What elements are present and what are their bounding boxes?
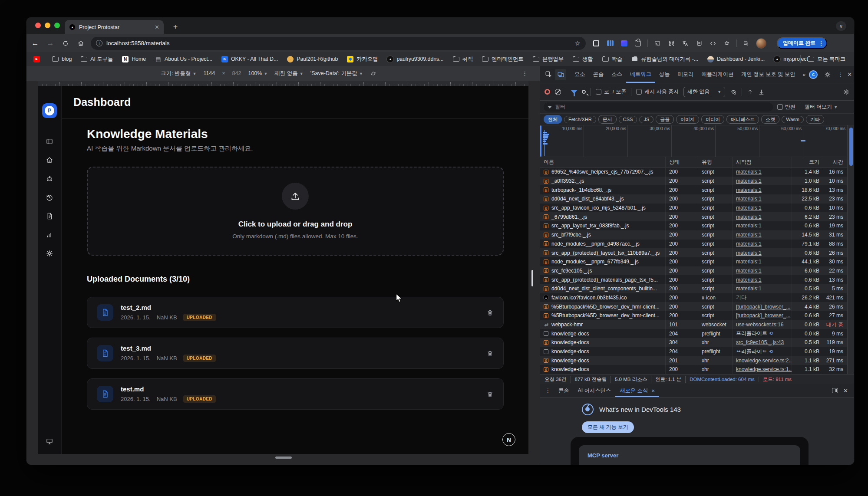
- column-size[interactable]: 크기: [792, 157, 823, 167]
- bookmark-item[interactable]: Dashboard - Jenki...: [707, 56, 765, 62]
- bookmark-item[interactable]: 은행업무: [533, 56, 564, 63]
- request-initiator-link[interactable]: 프리플라이트: [736, 330, 773, 337]
- viewport-height-field[interactable]: 842: [232, 70, 241, 76]
- network-request-row[interactable]: knowledge-docs 201 xhr knowledge.service…: [540, 356, 847, 365]
- request-type-chip[interactable]: 소켓: [761, 115, 779, 124]
- bookmarks-overflow-chevron[interactable]: »: [790, 56, 793, 62]
- request-initiator-link[interactable]: materials:1: [736, 277, 762, 283]
- devtools-tab[interactable]: 애플리케이션: [697, 66, 737, 83]
- request-type-chip[interactable]: 글꼴: [656, 115, 674, 124]
- network-request-row[interactable]: src_app_favicon_ico_mjs_52487b01._.js 20…: [540, 204, 847, 213]
- request-initiator-link[interactable]: knowledge.service.ts:1...: [736, 366, 792, 372]
- network-request-row[interactable]: _a0ff3932._.js 200 script materials:1 1.…: [540, 177, 847, 186]
- rotate-device-icon[interactable]: [370, 70, 376, 77]
- tab-search-chevron-icon[interactable]: ∨: [836, 21, 846, 31]
- browser-menu-icon[interactable]: ⋮: [818, 40, 824, 46]
- import-har-icon[interactable]: [747, 89, 753, 95]
- delete-document-button[interactable]: [486, 309, 494, 316]
- whats-new-icon[interactable]: C: [809, 70, 818, 79]
- sidebar-settings-icon[interactable]: [46, 250, 53, 257]
- preserve-log-checkbox[interactable]: [596, 89, 601, 95]
- bookmark-item[interactable]: paulryu9309.ddns...: [387, 56, 443, 62]
- request-initiator-link[interactable]: materials:1: [736, 232, 762, 238]
- forward-button[interactable]: →: [44, 37, 57, 50]
- disable-cache-checkbox[interactable]: [636, 89, 642, 95]
- network-request-row[interactable]: knowledge-docs 200 xhr knowledge.service…: [540, 365, 847, 374]
- network-request-row[interactable]: src_app_(protected)_layout_tsx_110b89a7.…: [540, 248, 847, 257]
- network-request-row[interactable]: dd0d4_next_dist_e84abf43._.js 200 script…: [540, 194, 847, 204]
- devtools-settings-icon[interactable]: [822, 69, 833, 80]
- request-initiator-link[interactable]: use-websocket.ts:16: [736, 322, 783, 328]
- star-extension-icon[interactable]: [723, 39, 731, 48]
- bookmark-item[interactable]: AI 도구들: [81, 56, 113, 63]
- gradient-extension-icon[interactable]: [620, 39, 628, 48]
- reload-button[interactable]: [59, 37, 72, 50]
- network-request-row[interactable]: knowledge-docs 204 preflight 프리플라이트 0.0 …: [540, 329, 847, 338]
- sidebar-documents-icon[interactable]: [46, 212, 53, 220]
- network-request-row[interactable]: webpack-hmr 101 websocket use-websocket.…: [540, 320, 847, 329]
- request-initiator-link[interactable]: materials:1: [736, 196, 762, 202]
- qr-scanner-icon[interactable]: [667, 39, 676, 48]
- request-initiator-link[interactable]: materials:1: [736, 169, 762, 175]
- profile-avatar[interactable]: [756, 38, 766, 49]
- clear-network-log-icon[interactable]: [555, 89, 561, 95]
- devtools-close-icon[interactable]: ✕: [847, 71, 852, 78]
- update-complete-button[interactable]: 업데이트 완료 ⋮: [777, 37, 827, 49]
- bookmark-item[interactable]: OKKY - All That D...: [221, 56, 278, 62]
- column-type[interactable]: 유형: [698, 157, 733, 167]
- site-info-icon[interactable]: i: [96, 40, 102, 46]
- search-network-icon[interactable]: [582, 90, 586, 94]
- tampermonkey-icon[interactable]: [742, 39, 751, 48]
- upload-dropzone[interactable]: Click to upload or drag and drop Only ma…: [87, 167, 504, 256]
- browser-tab[interactable]: ▲ Project Protostar ✕: [65, 20, 164, 34]
- devtools-tab[interactable]: 메모리: [674, 66, 698, 83]
- network-request-row[interactable]: node_modules__pnpm_677fb349._.js 200 scr…: [540, 257, 847, 266]
- screenshot-extension-icon[interactable]: [592, 39, 601, 48]
- timeline-left-handle[interactable]: [540, 125, 541, 157]
- network-request-row[interactable]: 69652_%40swc_helpers_cjs_77b72907._.js 2…: [540, 168, 847, 177]
- network-request-row[interactable]: knowledge-docs 304 xhr src_fc9ec105._.js…: [540, 338, 847, 347]
- request-initiator-link[interactable]: src_fc9ec105._.js:43: [736, 339, 784, 345]
- request-initiator-link[interactable]: materials:1: [736, 241, 762, 247]
- request-initiator-link[interactable]: 기타: [736, 294, 746, 301]
- drawer-tab[interactable]: 콘솔: [554, 384, 574, 397]
- request-initiator-link[interactable]: materials:1: [736, 259, 762, 265]
- drawer-dock-icon[interactable]: [832, 388, 838, 393]
- cast-icon[interactable]: [653, 39, 662, 48]
- record-network-log-button[interactable]: [545, 89, 550, 95]
- see-all-features-button[interactable]: 모든 새 기능 보기: [582, 421, 634, 433]
- back-button[interactable]: ←: [29, 37, 42, 50]
- drawer-tab[interactable]: 새로운 소식: [615, 384, 659, 397]
- viewport-width-field[interactable]: 1144: [203, 70, 215, 76]
- user-avatar[interactable]: N: [502, 433, 515, 446]
- request-initiator-link[interactable]: materials:1: [736, 214, 762, 220]
- tab-close-icon[interactable]: ✕: [155, 24, 159, 30]
- bookmark-item[interactable]: 카카오맵: [347, 56, 378, 63]
- throttling-select[interactable]: 제한 없음▼: [274, 70, 303, 77]
- request-initiator-link[interactable]: materials:1: [736, 268, 762, 274]
- bookmark-star-icon[interactable]: ☆: [575, 39, 581, 47]
- sidebar-panel-icon[interactable]: [46, 138, 53, 145]
- code-extension-icon[interactable]: [709, 39, 717, 48]
- more-tabs-chevron[interactable]: »: [800, 72, 809, 78]
- request-type-chip[interactable]: 이미지: [676, 115, 699, 124]
- column-name[interactable]: 이름: [540, 157, 666, 167]
- network-filter-input[interactable]: 필터: [544, 102, 773, 112]
- save-data-select[interactable]: 'Save-Data': 기본값▼: [310, 70, 363, 77]
- devtools-tab[interactable]: 네트워크: [626, 66, 655, 83]
- network-request-row[interactable]: src_app_(protected)_materials_page_tsx_f…: [540, 275, 847, 284]
- translate-icon[interactable]: [681, 39, 690, 48]
- inspect-element-icon[interactable]: [543, 69, 554, 80]
- request-initiator-link[interactable]: materials:1: [736, 178, 762, 184]
- toggle-device-toolbar-icon[interactable]: [555, 69, 566, 80]
- network-conditions-icon[interactable]: [730, 89, 737, 95]
- request-type-chip[interactable]: Wasm: [782, 116, 804, 123]
- address-bar[interactable]: i localhost:5858/materials ☆: [91, 37, 586, 50]
- network-settings-icon[interactable]: [843, 89, 850, 95]
- network-request-row[interactable]: knowledge-docs 204 preflight 프리플라이트 0.0 …: [540, 347, 847, 356]
- app-logo[interactable]: P: [42, 103, 57, 118]
- network-request-row[interactable]: src_app_layout_tsx_083f8fab._.js 200 scr…: [540, 221, 847, 230]
- network-request-row[interactable]: %5Bturbopack%5D_browser_dev_hmr-client..…: [540, 302, 847, 311]
- drawer-menu-icon[interactable]: ⋮: [544, 388, 552, 394]
- delete-document-button[interactable]: [486, 350, 494, 357]
